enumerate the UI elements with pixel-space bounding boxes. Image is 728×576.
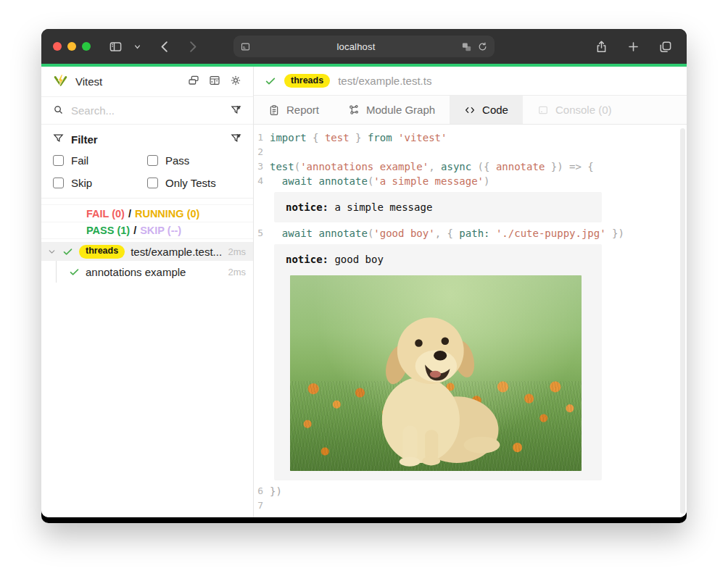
test-duration: 2ms bbox=[228, 267, 246, 277]
chevron-down-icon[interactable] bbox=[128, 38, 146, 55]
puppy-illustration bbox=[353, 300, 513, 468]
filter-checkbox-pass[interactable]: Pass bbox=[147, 154, 241, 167]
tab-overview-icon[interactable] bbox=[656, 38, 674, 55]
file-path: test/example.test.ts bbox=[338, 75, 431, 87]
tab-label: Console (0) bbox=[555, 104, 612, 116]
tab-report[interactable]: Report bbox=[254, 96, 334, 124]
line-number: 3 bbox=[254, 159, 270, 174]
notice-message: a simple message bbox=[328, 201, 432, 213]
share-icon[interactable] bbox=[592, 38, 610, 55]
code-line: 1import { test } from 'vitest' bbox=[254, 130, 687, 145]
vitest-logo-icon bbox=[53, 74, 68, 89]
back-icon[interactable] bbox=[156, 38, 173, 55]
checkbox-box[interactable] bbox=[53, 178, 64, 188]
filter-checkbox-only-tests[interactable]: Only Tests bbox=[147, 177, 241, 189]
test-case-row[interactable]: annotations example 2ms bbox=[41, 261, 253, 283]
code-line: 6}) bbox=[254, 484, 687, 498]
forward-icon[interactable] bbox=[183, 38, 201, 55]
collapse-panels-icon[interactable] bbox=[188, 75, 199, 88]
filter-checkbox-fail[interactable]: Fail bbox=[53, 154, 147, 167]
code-area: 1import { test } from 'vitest'23test('an… bbox=[254, 125, 687, 517]
annotation-notice: notice: good boy bbox=[274, 244, 602, 480]
sidebar-toggle-icon[interactable] bbox=[107, 38, 124, 55]
notice-message: good boy bbox=[328, 254, 384, 265]
new-tab-icon[interactable] bbox=[624, 38, 642, 55]
tab-label: Code bbox=[482, 104, 508, 116]
code-panel: 1import { test } from 'vitest'23test('an… bbox=[254, 125, 687, 517]
tab-label: Report bbox=[286, 104, 319, 116]
browser-window: localhost bbox=[41, 29, 687, 523]
traffic-lights bbox=[53, 42, 91, 51]
sidebar-header: Vitest bbox=[41, 67, 253, 97]
pass-check-icon bbox=[265, 75, 276, 87]
checkbox-label: Pass bbox=[165, 154, 189, 167]
checkbox-box[interactable] bbox=[147, 178, 158, 188]
clear-filter-icon[interactable] bbox=[231, 133, 241, 146]
clear-search-filter-icon[interactable] bbox=[231, 104, 241, 117]
checkbox-label: Only Tests bbox=[165, 177, 216, 189]
pool-badge: threads bbox=[284, 74, 330, 88]
separator: / bbox=[128, 208, 131, 220]
console-icon bbox=[537, 104, 549, 116]
code-icon bbox=[464, 104, 476, 116]
filter-title: Filter bbox=[71, 133, 98, 146]
test-file-row[interactable]: threads test/example.test.... 2ms bbox=[41, 242, 253, 261]
checkbox-label: Skip bbox=[71, 177, 92, 189]
minimize-window-button[interactable] bbox=[67, 42, 76, 51]
tab-code[interactable]: Code bbox=[450, 96, 523, 124]
file-header: threads test/example.test.ts bbox=[254, 67, 687, 96]
translate-icon[interactable] bbox=[461, 41, 472, 52]
search-input[interactable] bbox=[71, 104, 223, 117]
search-icon bbox=[53, 104, 64, 117]
tab-bar: Report Module Graph Code Console (0) bbox=[254, 96, 687, 125]
sidebar-search bbox=[41, 97, 253, 125]
sidebar: Vitest bbox=[41, 67, 254, 517]
line-number: 1 bbox=[254, 130, 270, 145]
reload-icon[interactable] bbox=[477, 41, 488, 52]
annotation-attachment-image bbox=[290, 275, 582, 471]
notice-label: notice: bbox=[286, 201, 328, 213]
code-line: 4 await annotate('a simple message') bbox=[254, 174, 687, 188]
line-number: 2 bbox=[254, 145, 270, 159]
checkbox-box[interactable] bbox=[53, 155, 64, 166]
app-title: Vitest bbox=[75, 75, 102, 88]
fail-count: FAIL (0) bbox=[86, 208, 125, 220]
tab-label: Module Graph bbox=[366, 104, 435, 116]
filter-checkbox-skip[interactable]: Skip bbox=[53, 177, 147, 189]
test-file-name: test/example.test.... bbox=[131, 246, 222, 258]
checkbox-box[interactable] bbox=[147, 155, 158, 166]
module-graph-icon bbox=[348, 104, 360, 116]
code-line: 5 await annotate('good boy', { path: './… bbox=[254, 226, 687, 241]
theme-toggle-icon[interactable] bbox=[230, 75, 241, 88]
url-text: localhost bbox=[251, 41, 461, 52]
main-panel: threads test/example.test.ts Report Modu… bbox=[254, 67, 687, 517]
pass-check-icon bbox=[69, 267, 80, 277]
test-tree: threads test/example.test.... 2ms annota… bbox=[41, 242, 253, 283]
address-bar[interactable]: localhost bbox=[233, 36, 495, 57]
tab-module-graph[interactable]: Module Graph bbox=[334, 96, 450, 124]
browser-titlebar: localhost bbox=[41, 29, 687, 64]
filter-section: Filter Fail Pass Skip Only Tests bbox=[41, 125, 253, 199]
vertical-scrollbar[interactable] bbox=[680, 128, 685, 514]
chevron-down-icon[interactable] bbox=[47, 247, 57, 256]
pool-badge: threads bbox=[79, 245, 125, 259]
zoom-window-button[interactable] bbox=[82, 42, 91, 51]
filter-icon bbox=[53, 133, 64, 146]
dashboard-icon[interactable] bbox=[209, 75, 220, 88]
code-line: 7 bbox=[254, 498, 687, 513]
test-duration: 2ms bbox=[228, 246, 246, 257]
annotation-notice: notice: a simple message bbox=[274, 192, 602, 222]
pass-count: PASS (1) bbox=[86, 225, 130, 236]
code-line: 3test('annotations example', async ({ an… bbox=[254, 159, 687, 174]
line-number: 4 bbox=[254, 174, 270, 188]
notice-label: notice: bbox=[286, 254, 328, 265]
checkbox-label: Fail bbox=[71, 154, 88, 167]
line-number: 6 bbox=[254, 484, 270, 498]
test-case-name: annotations example bbox=[86, 266, 222, 278]
tab-console[interactable]: Console (0) bbox=[523, 96, 626, 124]
page-settings-icon[interactable] bbox=[240, 41, 251, 52]
running-count: RUNNING (0) bbox=[135, 208, 199, 220]
tree-guide-line bbox=[56, 261, 57, 283]
report-icon bbox=[268, 104, 280, 116]
close-window-button[interactable] bbox=[53, 42, 62, 51]
